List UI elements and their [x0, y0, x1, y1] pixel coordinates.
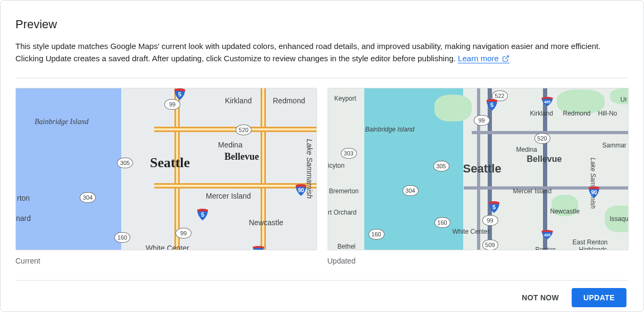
- label-seattle: Seattle: [463, 162, 501, 176]
- map-col-updated: Seattle Bellevue Kirkland Redmond Hill-N…: [328, 88, 629, 265]
- label-east-renton: East Renton: [573, 239, 608, 246]
- dialog-title: Preview: [15, 18, 629, 31]
- label-bainbridge: Bainbridge Island: [365, 126, 415, 133]
- label-bethel: Bethel: [338, 243, 356, 250]
- label-rt-orchard: rt Orchard: [328, 209, 357, 216]
- label-white-center: White Center: [453, 228, 490, 235]
- label-bremerton: Bremerton: [329, 187, 359, 195]
- label-keyport: Keyport: [334, 95, 356, 102]
- map-preview-current: Seattle Bellevue Kirkland Redmond Medina…: [15, 88, 317, 250]
- shield-520: 520: [534, 133, 550, 144]
- learn-more-link[interactable]: Learn more: [458, 54, 509, 63]
- svg-text:90: 90: [591, 190, 597, 195]
- label-lake-samm: Lake Sammamish: [589, 158, 597, 209]
- label-kirkland: Kirkland: [530, 110, 553, 117]
- svg-text:5: 5: [178, 91, 181, 97]
- svg-text:5: 5: [201, 211, 204, 218]
- label-mercer-island: Mercer Island: [206, 192, 251, 200]
- label-rton: rton: [17, 194, 30, 202]
- shield-99-top: 99: [164, 99, 180, 110]
- shield-160-a: 160: [369, 229, 384, 240]
- shield-303: 303: [341, 148, 357, 159]
- label-bellevue: Bellevue: [527, 154, 562, 164]
- shield-304: 304: [80, 192, 96, 203]
- label-hillno: Hill-No: [598, 110, 617, 117]
- not-now-button[interactable]: NOT NOW: [513, 288, 567, 307]
- interstate-405-bot: 405: [541, 228, 557, 241]
- label-redmond: Redmond: [273, 96, 305, 105]
- label-newcastle: Newcastle: [550, 208, 580, 215]
- external-link-icon: [502, 55, 509, 62]
- label-newcastle: Newcastle: [249, 218, 283, 227]
- shield-99: 99: [474, 115, 490, 126]
- interstate-5-bot: 5: [488, 200, 500, 213]
- label-bainbridge: Bainbridge Island: [35, 118, 89, 126]
- preview-dialog: Preview This style update matches Google…: [0, 0, 644, 312]
- dialog-description-text: This style update matches Google Maps' c…: [15, 42, 600, 63]
- shield-305: 305: [433, 161, 449, 171]
- label-highlands: Highlands: [579, 246, 607, 250]
- label-kirkland: Kirkland: [225, 96, 252, 105]
- map-preview-updated: Seattle Bellevue Kirkland Redmond Hill-N…: [328, 88, 629, 250]
- update-button[interactable]: UPDATE: [572, 288, 626, 307]
- shield-99-bot: 99: [175, 228, 191, 239]
- shield-304: 304: [403, 185, 419, 196]
- label-seattle: Seattle: [150, 155, 190, 171]
- interstate-405: 405: [252, 244, 268, 250]
- map-col-current: Seattle Bellevue Kirkland Redmond Medina…: [15, 88, 317, 265]
- label-medina: Medina: [218, 141, 242, 149]
- label-sammar: Sammar: [603, 142, 626, 149]
- shield-160: 160: [114, 232, 130, 243]
- interstate-90: 90: [295, 183, 307, 196]
- caption-current: Current: [15, 257, 317, 265]
- learn-more-label: Learn more: [458, 54, 499, 63]
- interstate-90: 90: [588, 185, 600, 198]
- divider-top: [15, 78, 629, 78]
- dialog-description: This style update matches Google Maps' c…: [15, 40, 629, 65]
- dialog-footer: NOT NOW UPDATE: [15, 281, 629, 307]
- shield-160-b: 160: [434, 217, 450, 228]
- svg-text:405: 405: [544, 233, 550, 237]
- label-nard: nard: [16, 214, 31, 223]
- svg-text:90: 90: [298, 187, 304, 193]
- shield-520: 520: [236, 125, 252, 135]
- label-medina: Medina: [516, 146, 537, 153]
- label-renton: Renton: [536, 246, 556, 250]
- label-ur: Ur: [621, 96, 628, 103]
- svg-line-0: [505, 56, 508, 59]
- interstate-5-top: 5: [486, 98, 498, 111]
- shield-99-bot: 99: [482, 215, 498, 226]
- shield-509: 509: [482, 240, 498, 250]
- label-mercer-island: Mercer Island: [513, 187, 552, 195]
- svg-text:405: 405: [544, 100, 550, 104]
- svg-text:5: 5: [492, 204, 495, 210]
- interstate-5-top: 5: [173, 88, 186, 100]
- svg-text:405: 405: [255, 249, 262, 250]
- label-white-center: White Center: [146, 244, 189, 250]
- label-icyton: icyton: [328, 162, 345, 169]
- label-issaq: Issaqu: [610, 215, 629, 223]
- interstate-405-top: 405: [541, 95, 557, 108]
- label-redmond: Redmond: [563, 110, 591, 117]
- caption-updated: Updated: [328, 257, 629, 265]
- interstate-5-bot: 5: [196, 208, 209, 220]
- shield-305: 305: [117, 158, 133, 168]
- svg-text:5: 5: [490, 102, 493, 108]
- label-bellevue: Bellevue: [224, 151, 259, 162]
- maps-row: Seattle Bellevue Kirkland Redmond Medina…: [15, 88, 629, 265]
